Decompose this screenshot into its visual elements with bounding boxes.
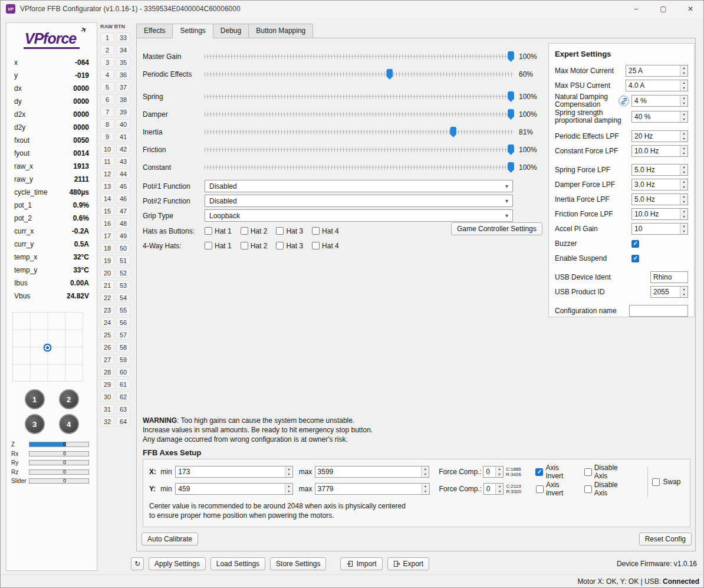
spinbox-value[interactable]: 173 — [176, 467, 284, 477]
load-settings-button[interactable]: Load Settings — [210, 557, 265, 570]
spin-up-icon[interactable]: ▴ — [422, 467, 429, 472]
axis-invert-checkbox-x[interactable] — [535, 468, 543, 476]
spin-up-icon[interactable]: ▴ — [680, 131, 687, 136]
force-comp-spinbox-y[interactable]: 0▴▾ — [483, 483, 504, 495]
checkbox-hats-as-buttons-hat-1[interactable] — [205, 227, 212, 235]
tab-button-mapping[interactable]: Button Mapping — [248, 24, 313, 38]
slider-track-inertia[interactable] — [205, 126, 514, 138]
spin-down-icon[interactable]: ▾ — [422, 489, 429, 494]
spin-up-icon[interactable]: ▴ — [680, 209, 687, 214]
spinbox-value[interactable]: 3.0 Hz — [632, 179, 680, 190]
spin-down-icon[interactable]: ▾ — [680, 117, 687, 122]
combo-grip-type[interactable]: Loopback▾ — [205, 209, 513, 222]
spin-up-icon[interactable]: ▴ — [680, 96, 687, 101]
checkbox-enable-suspend[interactable] — [631, 255, 639, 262]
spinbox-value[interactable]: 20 Hz — [632, 131, 680, 142]
spin-max-psu-current[interactable]: 4.0 A▴▾ — [626, 80, 688, 91]
auto-calibrate-button[interactable]: Auto Calibrate — [142, 533, 198, 546]
spinbox-value[interactable]: 0 — [484, 484, 496, 494]
slider-handle[interactable] — [508, 109, 514, 120]
spin-down-icon[interactable]: ▾ — [680, 185, 687, 190]
slider-track-constant[interactable] — [205, 162, 514, 173]
checkbox-4-way-hats-hat-3[interactable] — [276, 242, 284, 249]
tab-effects[interactable]: Effects — [136, 24, 173, 38]
min-spinbox-y[interactable]: 459▴▾ — [175, 483, 293, 495]
spin-constant-force-lpf[interactable]: 10.0 Hz▴▾ — [631, 145, 688, 157]
spinbox-value[interactable]: 10.0 Hz — [632, 146, 680, 156]
spinbox-arrows[interactable]: ▴▾ — [495, 467, 503, 477]
spinbox-arrows[interactable]: ▴▾ — [680, 65, 687, 76]
checkbox-buzzer[interactable] — [631, 240, 639, 248]
spinbox-value[interactable]: 10 — [632, 224, 680, 234]
input-configuration-name[interactable] — [629, 305, 688, 317]
spinbox-arrows[interactable]: ▴▾ — [422, 484, 429, 494]
spin-down-icon[interactable]: ▾ — [680, 71, 687, 76]
min-spinbox-x[interactable]: 173▴▾ — [175, 466, 292, 478]
slider-track-friction[interactable] — [205, 144, 514, 156]
refresh-button[interactable]: ↻ — [131, 557, 144, 570]
swap-checkbox[interactable] — [652, 478, 660, 486]
spin-up-icon[interactable]: ▴ — [680, 224, 687, 229]
spin-down-icon[interactable]: ▾ — [680, 86, 687, 91]
spin-friction-force-lpf[interactable]: 10.0 Hz▴▾ — [631, 208, 688, 220]
combo-pot-1-function[interactable]: Disabled▾ — [205, 180, 513, 192]
slider-track-periodic-effects[interactable] — [205, 68, 514, 80]
spin-max-motor-current[interactable]: 25 A▴▾ — [626, 65, 688, 77]
max-spinbox-y[interactable]: 3779▴▾ — [315, 483, 430, 495]
spin-natural-damping-compensation[interactable]: 4 %▴▾ — [631, 95, 688, 107]
spin-damper-force-lpf[interactable]: 3.0 Hz▴▾ — [631, 179, 688, 190]
store-settings-button[interactable]: Store Settings — [270, 557, 326, 570]
axis-invert-checkbox-y[interactable] — [536, 485, 544, 493]
spin-up-icon[interactable]: ▴ — [285, 467, 292, 472]
spinbox-value[interactable]: 40 % — [632, 111, 680, 122]
slider-track-damper[interactable] — [205, 109, 514, 120]
spinbox-arrows[interactable]: ▴▾ — [680, 224, 687, 234]
spinbox-value[interactable]: 3599 — [315, 467, 422, 477]
close-button[interactable]: ✕ — [677, 0, 704, 18]
slider-handle[interactable] — [450, 127, 456, 137]
spin-down-icon[interactable]: ▾ — [680, 292, 687, 297]
apply-settings-button[interactable]: Apply Settings — [149, 557, 206, 570]
spinbox-arrows[interactable]: ▴▾ — [680, 146, 687, 156]
export-button[interactable]: Export — [387, 557, 430, 570]
checkbox-4-way-hats-hat-4[interactable] — [312, 242, 320, 249]
spinbox-arrows[interactable]: ▴▾ — [421, 467, 429, 477]
spin-down-icon[interactable]: ▾ — [680, 136, 687, 142]
checkbox-4-way-hats-hat-1[interactable] — [205, 242, 212, 249]
spin-up-icon[interactable]: ▴ — [496, 467, 503, 472]
spinbox-value[interactable]: 2055 — [651, 287, 680, 297]
spinbox-arrows[interactable]: ▴▾ — [495, 484, 503, 494]
spinbox-value[interactable]: 5.0 Hz — [632, 165, 680, 175]
spin-up-icon[interactable]: ▴ — [680, 194, 687, 199]
max-spinbox-x[interactable]: 3599▴▾ — [315, 466, 430, 478]
spinbox-arrows[interactable]: ▴▾ — [285, 467, 292, 477]
disable-axis-checkbox-y[interactable] — [584, 485, 592, 493]
spin-up-icon[interactable]: ▴ — [680, 111, 687, 117]
game-controller-settings-button[interactable]: Game Controller Settings — [451, 222, 542, 235]
minimize-button[interactable]: – — [623, 0, 650, 18]
spinbox-arrows[interactable]: ▴▾ — [680, 131, 687, 142]
spin-accel-pi-gain[interactable]: 10▴▾ — [631, 223, 688, 235]
spinbox-value[interactable]: 3779 — [315, 484, 422, 494]
maximize-button[interactable]: ▢ — [650, 0, 677, 18]
spin-down-icon[interactable]: ▾ — [680, 151, 687, 156]
spinbox-value[interactable]: 25 A — [626, 65, 680, 76]
slider-handle[interactable] — [508, 91, 514, 102]
spin-down-icon[interactable]: ▾ — [285, 472, 292, 477]
spinbox-arrows[interactable]: ▴▾ — [680, 165, 687, 175]
slider-handle[interactable] — [508, 162, 514, 173]
spin-periodic-effects-lpf[interactable]: 20 Hz▴▾ — [631, 130, 688, 142]
spinbox-value[interactable]: 459 — [176, 484, 285, 494]
tab-settings[interactable]: Settings — [172, 24, 213, 38]
slider-track-spring[interactable] — [205, 91, 514, 103]
spinbox-value[interactable]: 4.0 A — [626, 80, 680, 91]
spin-down-icon[interactable]: ▾ — [680, 229, 687, 234]
spinbox-value[interactable]: 10.0 Hz — [632, 209, 680, 219]
spinbox-arrows[interactable]: ▴▾ — [680, 179, 687, 190]
spin-up-icon[interactable]: ▴ — [680, 287, 687, 292]
spinbox-arrows[interactable]: ▴▾ — [680, 287, 687, 297]
spinbox-value[interactable]: 0 — [483, 467, 495, 477]
spin-down-icon[interactable]: ▾ — [680, 170, 687, 175]
force-comp-spinbox-x[interactable]: 0▴▾ — [483, 466, 504, 478]
input-usb-device-ident[interactable]: Rhino — [650, 271, 688, 283]
